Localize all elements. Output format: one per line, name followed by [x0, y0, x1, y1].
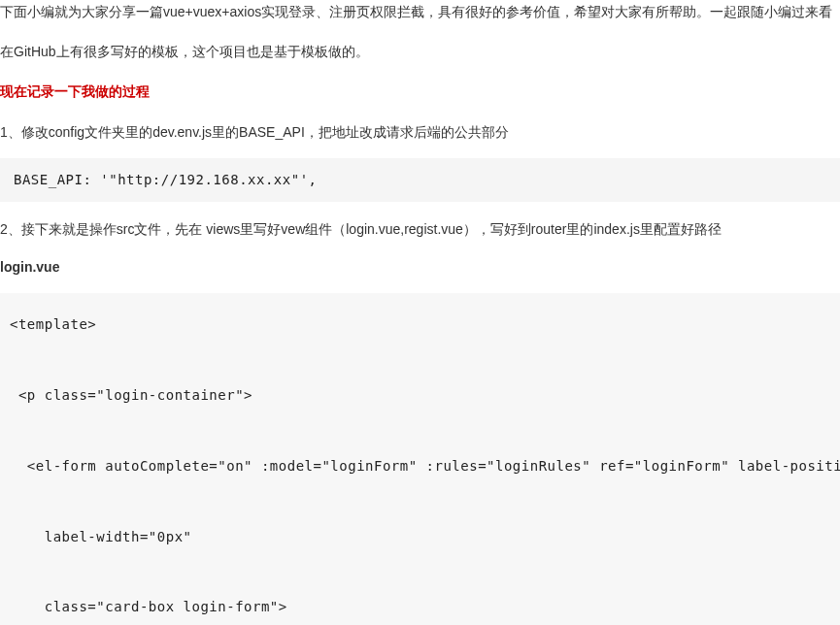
code-line: <template>: [10, 316, 96, 332]
code-block-base-api: BASE_API: '"http://192.168.xx.xx"',: [0, 158, 840, 202]
step-1-text: 1、修改config文件夹里的dev.env.js里的BASE_API，把地址改…: [0, 120, 840, 145]
code-line: <el-form autoComplete="on" :model="login…: [10, 458, 840, 474]
step-2-text: 2、接下来就是操作src文件，先在 views里写好vew组件（login.vu…: [0, 217, 840, 242]
code-line: class="card-box login-form">: [10, 599, 287, 614]
highlight-heading: 现在记录一下我做的过程: [0, 80, 840, 104]
code-line: label-width="0px": [10, 529, 192, 544]
code-block-login-vue: <template> <p class="login-container"> <…: [0, 293, 840, 625]
filename-login-vue: login.vue: [0, 255, 840, 280]
article-content: 下面小编就为大家分享一篇vue+vuex+axios实现登录、注册页权限拦截，具…: [0, 0, 840, 625]
code-line: <p class="login-container">: [10, 387, 252, 403]
github-paragraph: 在GitHub上有很多写好的模板，这个项目也是基于模板做的。: [0, 40, 840, 64]
intro-paragraph: 下面小编就为大家分享一篇vue+vuex+axios实现登录、注册页权限拦截，具…: [0, 0, 840, 24]
